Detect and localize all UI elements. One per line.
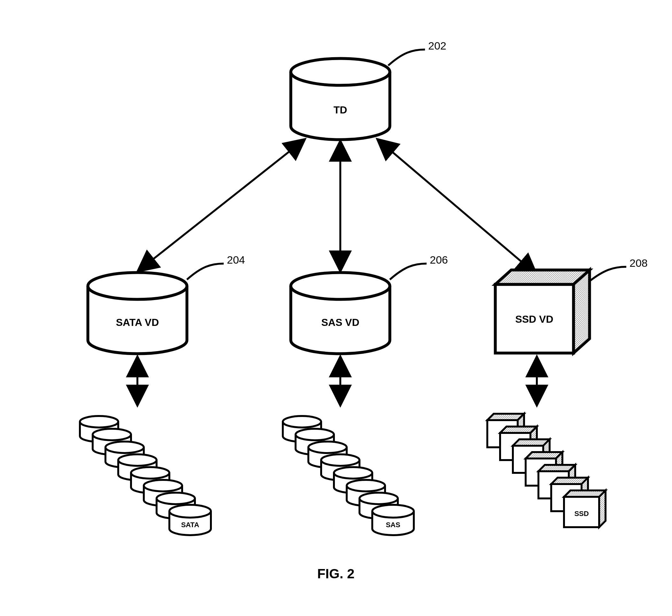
leader-204	[187, 264, 224, 280]
svg-point-13	[131, 467, 169, 479]
node-sata-vd: SATA VD	[88, 273, 187, 354]
svg-point-15	[157, 493, 195, 504]
svg-point-23	[359, 493, 398, 504]
sata-vd-label: SATA VD	[116, 317, 159, 328]
sas-stack-label: SAS	[386, 521, 400, 529]
ssd-vd-label: SSD VD	[515, 313, 553, 325]
ref-206: 206	[430, 254, 448, 266]
sas-stack: SAS	[283, 416, 414, 535]
svg-point-16	[169, 505, 211, 518]
leader-206	[390, 264, 427, 280]
sata-stack-label: SATA	[181, 521, 199, 529]
svg-point-24	[372, 505, 414, 518]
ref-202: 202	[428, 40, 446, 52]
svg-point-14	[144, 480, 182, 491]
svg-marker-8	[574, 270, 590, 353]
ref-204: 204	[227, 254, 245, 266]
ssd-stack-label: SSD	[574, 510, 589, 518]
arrow-td-sata	[137, 139, 305, 272]
node-sas-vd: SAS VD	[291, 273, 390, 354]
td-label: TD	[334, 104, 347, 116]
diagram-canvas: TD 202 SATA VD 204 SAS VD 206 SSD VD 208	[0, 0, 672, 616]
svg-point-12	[118, 454, 157, 466]
arrow-td-ssd	[377, 139, 537, 275]
node-ssd-vd: SSD VD	[495, 270, 590, 353]
leader-208	[590, 267, 626, 281]
leader-202	[388, 50, 425, 65]
svg-point-22	[347, 480, 385, 491]
svg-point-4	[88, 273, 187, 299]
svg-point-20	[321, 454, 359, 466]
svg-point-18	[296, 429, 334, 440]
sata-stack: SATA	[80, 416, 211, 535]
svg-point-3	[291, 58, 390, 85]
svg-point-10	[93, 429, 131, 440]
svg-point-21	[334, 467, 372, 479]
sas-vd-label: SAS VD	[321, 317, 359, 328]
svg-point-5	[291, 273, 390, 299]
ssd-stack: SSD	[487, 414, 606, 527]
figure-caption: FIG. 2	[317, 566, 355, 581]
svg-marker-45	[599, 490, 606, 527]
node-td: TD	[291, 58, 390, 140]
svg-point-11	[105, 442, 144, 453]
ref-208: 208	[630, 257, 648, 269]
svg-point-17	[283, 416, 321, 427]
svg-point-19	[308, 442, 347, 453]
svg-point-9	[80, 416, 118, 427]
